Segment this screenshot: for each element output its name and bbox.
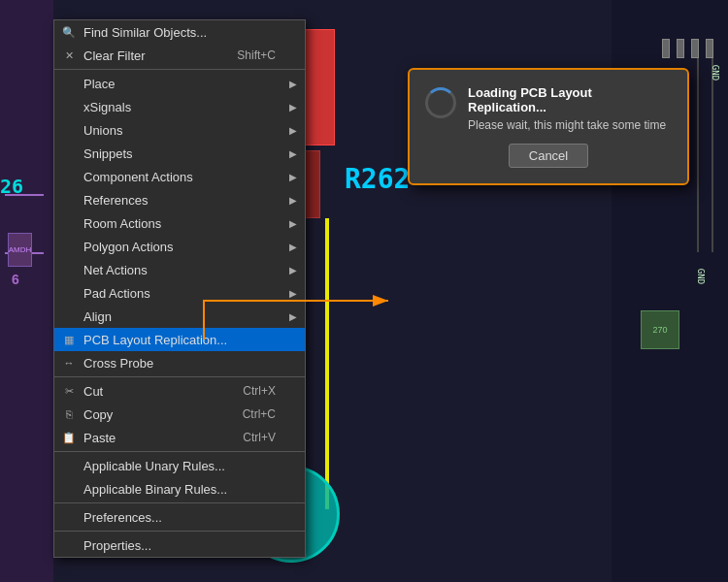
pcb-num-6: 6 bbox=[12, 272, 19, 287]
probe-icon: ↔ bbox=[60, 354, 78, 372]
loading-spinner bbox=[425, 87, 456, 118]
pcb-pad-4 bbox=[662, 39, 670, 58]
pcb-label-26: 26 bbox=[0, 175, 23, 198]
menu-item-references[interactable]: References bbox=[54, 188, 305, 211]
pcb-arrow bbox=[194, 281, 408, 349]
menu-item-label-xsignals: xSignals bbox=[83, 100, 131, 114]
loading-text-block: Loading PCB Layout Replication... Please… bbox=[468, 85, 672, 132]
menu-item-label-cross-probe: Cross Probe bbox=[83, 356, 153, 371]
clear-icon: ✕ bbox=[60, 47, 78, 64]
menu-item-label-find-similar: Find Similar Objects... bbox=[83, 25, 207, 40]
menu-item-label-cut: Cut bbox=[83, 384, 103, 399]
menu-item-applicable-binary[interactable]: Applicable Binary Rules... bbox=[54, 477, 305, 501]
loading-dialog-content: Loading PCB Layout Replication... Please… bbox=[425, 85, 672, 132]
paste-icon: 📋 bbox=[60, 429, 78, 446]
copy-icon: ⎘ bbox=[60, 405, 78, 423]
menu-item-label-snippets: Snippets bbox=[83, 146, 133, 161]
menu-item-properties[interactable]: Properties... bbox=[54, 534, 305, 557]
menu-item-applicable-unary[interactable]: Applicable Unary Rules... bbox=[54, 454, 305, 477]
loading-subtitle: Please wait, this might take some time bbox=[468, 118, 672, 132]
pcb-gnd-label-1: GND bbox=[711, 65, 720, 81]
pcb-gnd-label-2: GND bbox=[696, 269, 706, 284]
menu-item-component-actions[interactable]: Component Actions bbox=[54, 165, 305, 188]
menu-item-preferences[interactable]: Preferences... bbox=[54, 505, 305, 529]
menu-item-cut[interactable]: ✂CutCtrl+X bbox=[54, 379, 305, 403]
menu-item-clear-filter[interactable]: ✕Clear FilterShift+C bbox=[54, 44, 305, 67]
menu-separator bbox=[54, 376, 305, 377]
menu-item-label-applicable-unary: Applicable Unary Rules... bbox=[83, 459, 225, 473]
menu-item-label-net-actions: Net Actions bbox=[83, 263, 148, 277]
menu-item-label-clear-filter: Clear Filter bbox=[83, 48, 146, 63]
menu-item-label-properties: Properties... bbox=[83, 538, 151, 553]
menu-item-label-room-actions: Room Actions bbox=[83, 216, 161, 231]
menu-item-unions[interactable]: Unions bbox=[54, 118, 305, 142]
menu-separator bbox=[54, 502, 305, 503]
pcb-chip-270: 270 bbox=[641, 310, 679, 349]
pcb-trace-yellow bbox=[325, 218, 329, 509]
menu-item-cross-probe[interactable]: ↔Cross Probe bbox=[54, 351, 305, 374]
pcb-pad-2 bbox=[691, 39, 699, 58]
menu-item-paste[interactable]: 📋PasteCtrl+V bbox=[54, 426, 305, 449]
pcb-r262-label: R262 bbox=[345, 163, 410, 195]
cut-icon: ✂ bbox=[60, 382, 78, 400]
menu-item-label-references: References bbox=[83, 193, 148, 208]
pcb-icon: ▦ bbox=[60, 331, 78, 348]
pcb-trace-1 bbox=[711, 58, 713, 252]
loading-dialog: Loading PCB Layout Replication... Please… bbox=[408, 68, 689, 185]
menu-item-snippets[interactable]: Snippets bbox=[54, 142, 305, 165]
menu-item-room-actions[interactable]: Room Actions bbox=[54, 211, 305, 235]
menu-item-label-align: Align bbox=[83, 309, 112, 324]
menu-shortcut-copy: Ctrl+C bbox=[243, 407, 295, 421]
pcb-pad-3 bbox=[677, 39, 684, 58]
menu-separator bbox=[54, 69, 305, 70]
menu-item-label-pad-actions: Pad Actions bbox=[83, 286, 150, 301]
menu-item-label-paste: Paste bbox=[83, 431, 116, 445]
menu-item-label-place: Place bbox=[83, 77, 116, 91]
menu-item-place[interactable]: Place bbox=[54, 72, 305, 95]
menu-item-net-actions[interactable]: Net Actions bbox=[54, 258, 305, 281]
pcb-pad-1 bbox=[706, 39, 713, 58]
menu-item-label-preferences: Preferences... bbox=[83, 510, 162, 525]
menu-item-label-copy: Copy bbox=[83, 407, 113, 422]
menu-item-label-polygon-actions: Polygon Actions bbox=[83, 240, 174, 254]
menu-item-label-component-actions: Component Actions bbox=[83, 170, 193, 184]
menu-item-find-similar[interactable]: 🔍Find Similar Objects... bbox=[54, 20, 305, 44]
menu-separator bbox=[54, 451, 305, 452]
pcb-left-component: AMDH bbox=[8, 233, 32, 267]
cancel-button[interactable]: Cancel bbox=[509, 144, 588, 168]
menu-item-copy[interactable]: ⎘CopyCtrl+C bbox=[54, 403, 305, 426]
menu-item-label-unions: Unions bbox=[83, 123, 122, 138]
menu-shortcut-paste: Ctrl+V bbox=[243, 431, 295, 444]
pcb-left-strip bbox=[0, 0, 53, 582]
menu-item-xsignals[interactable]: xSignals bbox=[54, 95, 305, 118]
pcb-trace-2 bbox=[697, 58, 699, 252]
find-icon: 🔍 bbox=[60, 23, 78, 41]
menu-shortcut-cut: Ctrl+X bbox=[243, 384, 295, 398]
menu-item-polygon-actions[interactable]: Polygon Actions bbox=[54, 235, 305, 258]
menu-shortcut-clear-filter: Shift+C bbox=[237, 48, 295, 62]
menu-separator bbox=[54, 531, 305, 532]
menu-item-label-applicable-binary: Applicable Binary Rules... bbox=[83, 482, 227, 497]
loading-title: Loading PCB Layout Replication... bbox=[468, 85, 672, 114]
